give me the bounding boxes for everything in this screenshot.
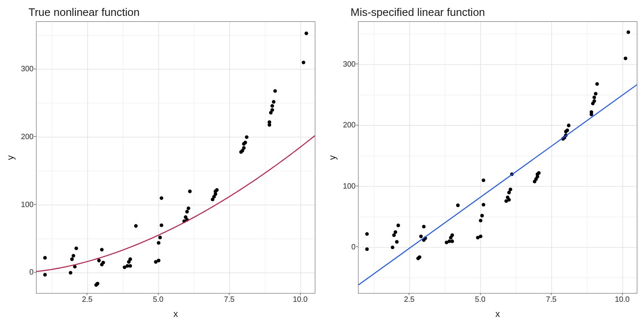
y-axis-left: 01002003000100200300 <box>16 21 36 293</box>
svg-point-37 <box>157 241 161 245</box>
svg-point-198 <box>594 92 597 96</box>
svg-point-160 <box>419 234 423 238</box>
svg-point-28 <box>101 261 105 265</box>
svg-point-201 <box>626 30 630 34</box>
svg-point-33 <box>128 257 132 261</box>
svg-point-40 <box>160 196 164 200</box>
svg-point-16 <box>43 256 47 260</box>
svg-point-34 <box>134 224 138 228</box>
xlabel-right: x <box>496 309 500 319</box>
svg-point-191 <box>566 129 569 132</box>
svg-point-17 <box>43 273 47 277</box>
svg-point-180 <box>509 188 512 192</box>
svg-point-61 <box>270 108 274 112</box>
plot-area-left <box>36 21 315 293</box>
svg-point-175 <box>482 179 486 182</box>
svg-point-66 <box>304 31 308 35</box>
plot-area-right <box>358 21 637 293</box>
svg-point-152 <box>365 247 369 251</box>
svg-point-194 <box>589 110 593 114</box>
svg-point-18 <box>69 271 73 275</box>
ylabel-right: y <box>327 155 338 160</box>
svg-point-54 <box>242 146 246 150</box>
svg-point-59 <box>267 120 271 124</box>
svg-point-63 <box>272 100 275 104</box>
svg-point-22 <box>75 247 78 250</box>
panel-title-left: True nonlinear function <box>29 6 318 19</box>
x-axis-right: x 2.55.07.510.02.55.07.510.0 <box>358 293 637 320</box>
svg-point-27 <box>100 248 104 252</box>
svg-point-199 <box>595 82 599 86</box>
svg-point-186 <box>537 171 541 175</box>
svg-point-39 <box>160 223 164 227</box>
svg-point-46 <box>188 190 192 193</box>
svg-point-155 <box>394 230 397 234</box>
svg-point-36 <box>157 259 161 262</box>
svg-point-65 <box>302 61 306 65</box>
panel-title-right: Mis-specified linear function <box>351 6 640 19</box>
svg-point-172 <box>479 219 483 223</box>
svg-point-200 <box>624 57 628 60</box>
svg-point-44 <box>185 210 189 214</box>
x-axis-left: x 2.55.07.510.02.55.07.510.0 <box>36 293 315 320</box>
xlabel-left: x <box>174 309 178 319</box>
svg-point-32 <box>128 264 132 268</box>
svg-point-51 <box>215 188 219 192</box>
svg-point-153 <box>391 246 395 249</box>
svg-point-151 <box>365 232 369 236</box>
svg-point-192 <box>567 124 571 127</box>
svg-point-38 <box>158 236 162 239</box>
svg-point-168 <box>450 234 454 237</box>
svg-point-169 <box>456 203 460 207</box>
svg-point-56 <box>244 141 247 145</box>
y-axis-right: 01002003000100200300 <box>338 21 358 293</box>
svg-point-62 <box>270 104 274 108</box>
svg-point-19 <box>70 257 74 261</box>
svg-point-196 <box>592 99 596 103</box>
svg-point-197 <box>592 96 596 99</box>
svg-point-178 <box>507 198 511 202</box>
ylabel-left: y <box>5 155 16 160</box>
svg-point-20 <box>72 254 75 258</box>
svg-point-157 <box>397 223 400 227</box>
svg-point-25 <box>97 259 101 262</box>
svg-point-159 <box>418 255 421 259</box>
panel-right: Mis-specified linear function y 01002003… <box>322 0 644 322</box>
svg-point-171 <box>479 234 483 238</box>
svg-point-45 <box>187 207 190 210</box>
svg-point-162 <box>422 225 426 229</box>
svg-point-173 <box>480 214 484 218</box>
figure-wrap: True nonlinear function y 01002003000100… <box>0 0 644 322</box>
svg-point-57 <box>245 135 249 139</box>
svg-point-24 <box>96 282 99 286</box>
svg-point-156 <box>395 240 399 244</box>
svg-point-64 <box>273 89 277 93</box>
svg-point-167 <box>450 239 454 243</box>
svg-point-174 <box>482 203 486 207</box>
panel-left: True nonlinear function y 01002003000100… <box>0 0 322 322</box>
